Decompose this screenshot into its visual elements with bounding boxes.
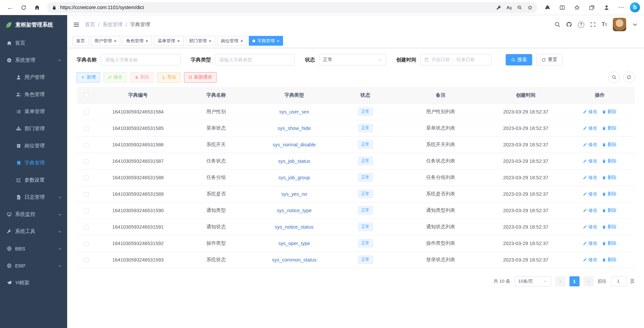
row-checkbox[interactable] [84,176,89,180]
browser-menu-icon[interactable]: ⋯ [615,2,627,13]
avatar[interactable] [613,18,626,31]
row-delete-link[interactable]: 删除 [602,142,616,148]
row-edit-link[interactable]: 修改 [583,224,597,230]
sidebar-item-system-mgmt[interactable]: 系统管理 [0,52,67,69]
table-row[interactable]: 1641030593246531589 系统是否 sys_yes_no 正常 系… [77,186,635,202]
close-icon[interactable]: × [240,39,243,43]
dict-type-link[interactable]: sys_job_status [278,158,310,164]
breadcrumb-home[interactable]: 首页 [85,21,95,28]
dict-type-link[interactable]: sys_common_status [272,257,316,263]
table-row[interactable]: 1641030593246531586 系统开关 sys_normal_disa… [77,136,635,153]
sidebar-item-bbs[interactable]: BBS [0,240,67,257]
row-edit-link[interactable]: 修改 [583,142,597,148]
breadcrumb-system[interactable]: 系统管理 [102,21,123,28]
dict-type-link[interactable]: sys_job_group [278,175,310,180]
refresh-button[interactable] [17,2,30,13]
github-icon[interactable] [566,21,572,28]
back-button[interactable]: ← [4,2,16,13]
sidebar-item-user-mgmt[interactable]: 用户管理 [0,69,67,86]
refresh-table-button[interactable] [623,72,635,83]
row-delete-link[interactable]: 删除 [602,224,616,230]
reset-button[interactable]: 重置 [536,54,563,65]
browser-profile-icon[interactable] [600,2,612,13]
delete-button[interactable]: 删除 [130,72,154,83]
row-delete-link[interactable]: 删除 [602,191,616,197]
sidebar-item-system-monitor[interactable]: 系统监控 [0,206,67,223]
export-button[interactable]: 导出 [157,72,181,83]
tab-role-mgmt[interactable]: 角色管理× [122,36,152,46]
close-icon[interactable]: × [114,39,117,43]
row-delete-link[interactable]: 删除 [602,257,616,263]
font-size-icon[interactable]: TT [602,21,607,28]
end-date-placeholder[interactable]: 结束日期 [457,57,475,63]
row-delete-link[interactable]: 删除 [602,175,616,181]
sidebar-item-post-mgmt[interactable]: 岗位管理 [0,137,67,154]
address-bar[interactable]: https://ccnetcore.com:1101/system/dict A… [47,2,537,13]
password-key-icon[interactable] [496,5,501,10]
row-checkbox[interactable] [84,192,89,197]
close-icon[interactable]: × [209,39,212,43]
status-select[interactable]: 正常 [319,54,386,65]
row-edit-link[interactable]: 修改 [583,158,597,164]
sidebar-item-log-mgmt[interactable]: 日志管理 [0,189,67,206]
row-checkbox[interactable] [84,110,89,114]
prev-page-button[interactable]: ‹ [555,276,565,286]
row-edit-link[interactable]: 修改 [583,207,597,214]
fullscreen-icon[interactable] [590,21,596,28]
sidebar-item-menu-mgmt[interactable]: 菜单管理 [0,103,67,120]
tab-user-mgmt[interactable]: 用户管理× [91,36,120,46]
goto-page-input[interactable] [611,276,626,286]
tab-dept-mgmt[interactable]: 部门管理× [186,36,215,46]
add-favorite-star-icon[interactable] [527,5,533,10]
dict-type-input[interactable] [215,54,295,65]
start-date-placeholder[interactable]: 开始日期 [431,57,450,63]
row-edit-link[interactable]: 修改 [583,175,597,181]
row-checkbox[interactable] [84,126,89,131]
home-button[interactable] [31,2,43,13]
search-button[interactable]: 搜索 [506,54,532,65]
tab-menu-mgmt[interactable]: 菜单管理× [154,36,183,46]
row-checkbox[interactable] [84,241,89,246]
close-icon[interactable]: × [277,39,279,43]
close-icon[interactable]: × [177,39,180,43]
collections-icon[interactable] [586,2,598,13]
chevron-down-icon[interactable] [632,21,638,28]
current-page-button[interactable]: 1 [569,276,580,286]
row-checkbox[interactable] [84,143,89,147]
site-info-lock-icon[interactable] [52,5,57,10]
sidebar-item-system-tools[interactable]: 系统工具 [0,223,67,240]
dict-type-link[interactable]: sys_oper_type [278,241,310,246]
read-aloud-icon[interactable]: A)) [507,5,512,10]
dict-type-link[interactable]: sys_yes_no [281,191,307,197]
row-checkbox[interactable] [84,159,89,164]
row-delete-link[interactable]: 删除 [602,240,616,246]
tab-post-mgmt[interactable]: 岗位管理× [217,36,247,46]
table-row[interactable]: 1641030593246531590 通知类型 sys_notice_type… [77,202,635,219]
toggle-search-button[interactable] [608,72,620,83]
select-all-checkbox[interactable] [84,93,89,98]
sidebar-item-yi-framework[interactable]: Yi框架 [0,274,67,291]
table-row[interactable]: 1641030593246531593 系统状态 sys_common_stat… [77,251,635,268]
split-screen-icon[interactable] [556,2,568,13]
sidebar-item-role-mgmt[interactable]: 角色管理 [0,86,67,103]
row-delete-link[interactable]: 删除 [602,109,616,115]
dict-type-link[interactable]: sys_notice_type [277,208,312,213]
row-delete-link[interactable]: 删除 [602,125,616,131]
row-edit-link[interactable]: 修改 [583,125,597,131]
sidebar-item-erp[interactable]: ERP [0,257,67,274]
table-row[interactable]: 1641030593246531587 任务状态 sys_job_status … [77,153,635,169]
sidebar-item-home[interactable]: 首页 [0,35,67,52]
tab-home[interactable]: 首页 [73,36,89,46]
zoom-out-icon[interactable] [517,5,522,10]
close-icon[interactable]: × [145,39,148,43]
next-page-button[interactable]: › [584,276,594,286]
row-checkbox[interactable] [84,258,89,263]
dict-type-link[interactable]: sys_normal_disable [273,142,316,147]
row-delete-link[interactable]: 删除 [602,158,616,164]
extensions-icon[interactable] [541,2,553,13]
row-edit-link[interactable]: 修改 [583,240,597,246]
row-checkbox[interactable] [84,208,89,213]
dict-type-link[interactable]: sys_show_hide [278,126,311,131]
table-row[interactable]: 1641030593246531592 操作类型 sys_oper_type 正… [77,235,635,251]
search-icon[interactable] [554,21,560,28]
